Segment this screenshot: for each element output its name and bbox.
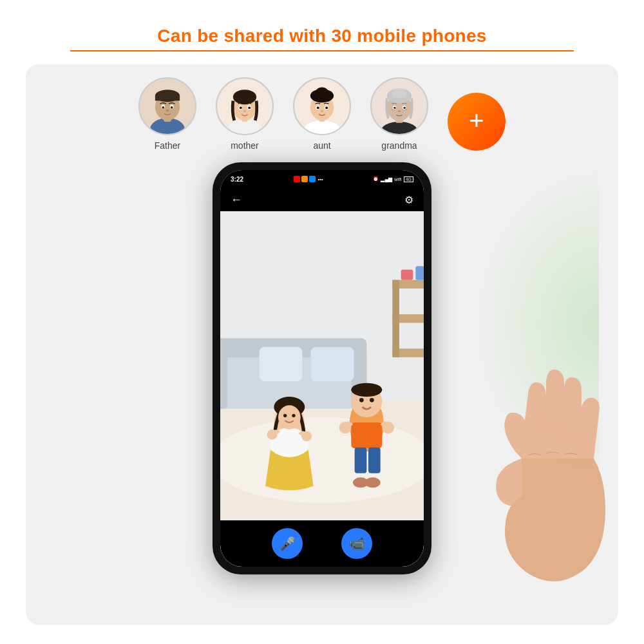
- phone-mockup: 3:22 ••• ⏰ ▂▄▆ wifi 4G: [213, 162, 431, 574]
- video-icon: 📹: [349, 536, 365, 551]
- svg-point-18: [240, 106, 242, 109]
- svg-rect-52: [311, 347, 354, 381]
- notif-dot-3: [309, 176, 316, 182]
- avatar-item-add: +: [448, 93, 506, 151]
- camera-feed: [220, 211, 424, 520]
- svg-point-41: [403, 107, 405, 109]
- svg-rect-72: [351, 422, 382, 448]
- svg-point-26: [316, 87, 328, 97]
- divider-line: [70, 50, 574, 52]
- svg-point-66: [278, 405, 301, 429]
- avatar-label-aunt: aunt: [313, 140, 330, 151]
- wifi-icon: wifi: [394, 176, 402, 182]
- svg-point-19: [248, 106, 251, 109]
- headline: Can be shared with 30 mobile phones: [157, 26, 487, 46]
- svg-point-31: [321, 110, 323, 112]
- svg-rect-73: [355, 448, 367, 473]
- svg-rect-58: [401, 270, 413, 280]
- avatar-label-grandma: grandma: [381, 140, 417, 151]
- hand-holding-phone: [470, 330, 644, 587]
- svg-point-68: [292, 414, 295, 417]
- svg-point-67: [283, 414, 287, 417]
- card-area: Father: [26, 64, 618, 625]
- notif-dot-2: [301, 176, 308, 182]
- svg-point-37: [392, 88, 407, 98]
- status-notifications: •••: [294, 176, 323, 182]
- app-bar: ← ⚙: [220, 188, 424, 211]
- svg-point-78: [370, 398, 374, 402]
- svg-point-80: [365, 477, 381, 488]
- svg-point-15: [233, 90, 256, 104]
- svg-point-20: [243, 110, 246, 112]
- battery-icon: 4G: [404, 176, 413, 182]
- status-bar: 3:22 ••• ⏰ ▂▄▆ wifi 4G: [220, 170, 424, 188]
- alarm-icon: ⏰: [373, 176, 379, 182]
- avatar-father[interactable]: [138, 77, 196, 135]
- main-container: Can be shared with 30 mobile phones: [13, 13, 631, 631]
- avatar-item-father: Father: [138, 77, 196, 151]
- svg-point-40: [393, 107, 395, 109]
- avatar-label-father: Father: [155, 140, 180, 151]
- back-button[interactable]: ←: [231, 193, 242, 207]
- mic-button[interactable]: 🎤: [272, 528, 303, 559]
- video-button[interactable]: 📹: [341, 528, 372, 559]
- svg-rect-49: [220, 348, 227, 408]
- svg-rect-74: [368, 448, 381, 473]
- add-person-button[interactable]: +: [448, 93, 506, 151]
- bg-leaves-decoration: [470, 162, 599, 484]
- svg-point-10: [166, 109, 169, 111]
- phone-scene: 3:22 ••• ⏰ ▂▄▆ wifi 4G: [45, 162, 599, 574]
- svg-point-9: [171, 106, 173, 109]
- svg-rect-59: [415, 266, 424, 279]
- avatars-row: Father: [138, 77, 506, 151]
- svg-point-29: [317, 106, 319, 109]
- avatar-item-aunt: aunt: [293, 77, 351, 151]
- svg-point-77: [359, 398, 364, 402]
- svg-point-8: [162, 106, 164, 109]
- svg-point-71: [351, 383, 382, 397]
- avatar-label-mother: mother: [231, 140, 259, 151]
- svg-rect-51: [260, 347, 303, 381]
- phone-controls: 🎤 📹: [220, 520, 424, 567]
- status-time: 3:22: [231, 176, 243, 183]
- avatar-item-mother: mother: [216, 77, 274, 151]
- avatar-mother[interactable]: [216, 77, 274, 135]
- avatar-grandma[interactable]: [370, 77, 428, 135]
- avatar-aunt[interactable]: [293, 77, 351, 135]
- svg-point-42: [398, 110, 401, 112]
- notif-more: •••: [318, 176, 323, 182]
- signal-bars: ▂▄▆: [381, 176, 392, 182]
- avatar-item-grandma: grandma: [370, 77, 428, 151]
- svg-rect-57: [392, 280, 399, 357]
- svg-point-30: [325, 106, 328, 109]
- phone-screen: 3:22 ••• ⏰ ▂▄▆ wifi 4G: [220, 170, 424, 567]
- settings-icon[interactable]: ⚙: [404, 194, 413, 206]
- mic-icon: 🎤: [279, 536, 296, 551]
- svg-rect-5: [155, 96, 180, 101]
- status-icons: ⏰ ▂▄▆ wifi 4G: [373, 176, 413, 182]
- notif-dot-1: [294, 176, 300, 182]
- plus-icon: +: [469, 108, 484, 133]
